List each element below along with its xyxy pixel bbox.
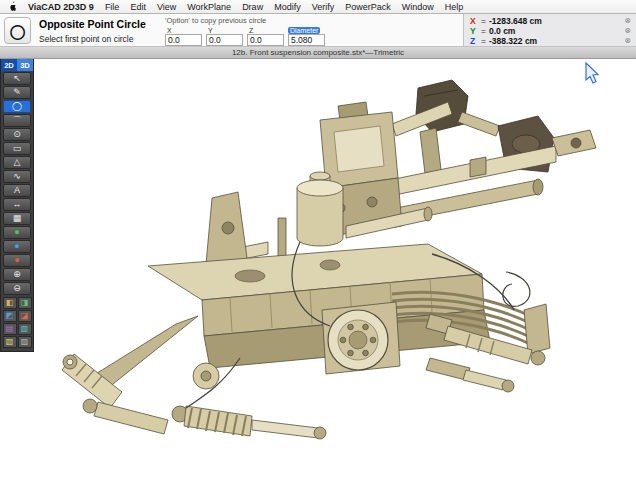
menu-draw[interactable]: Draw — [242, 2, 263, 12]
grid-tool-icon: ▥ — [21, 325, 29, 333]
palette-grid-tool[interactable]: ◨ — [18, 297, 32, 309]
text-icon: A — [14, 186, 20, 195]
suspension-model-3d[interactable] — [0, 58, 636, 480]
hatch-icon: ▦ — [13, 214, 22, 223]
z-axis-label: Z — [470, 36, 478, 46]
tool-prompt: Select first point on circle — [39, 34, 159, 44]
palette-grid-tool[interactable]: ▨ — [18, 336, 32, 348]
close-icon[interactable]: ⊗ — [624, 17, 631, 25]
tool-line[interactable]: ✎ — [3, 86, 31, 99]
tool-arc[interactable]: ⌒ — [3, 114, 31, 127]
green-sphere-icon: ● — [14, 228, 19, 237]
tab-3d[interactable]: 3D — [17, 59, 33, 71]
tab-2d[interactable]: 2D — [1, 59, 17, 71]
active-tool-icon[interactable]: ◯ — [4, 17, 31, 44]
polygon-icon: △ — [14, 158, 21, 167]
tool-circle[interactable]: ◯ — [3, 100, 31, 113]
tool-polygon[interactable]: △ — [3, 156, 31, 169]
menu-file[interactable]: File — [105, 2, 120, 12]
tool-solids[interactable]: ● — [3, 226, 31, 239]
grid-tool-icon: ◪ — [21, 312, 29, 320]
z-field-label: Z — [247, 27, 255, 34]
menu-powerpack[interactable]: PowerPack — [345, 2, 391, 12]
menu-window[interactable]: Window — [402, 2, 434, 12]
y-axis-label: Y — [470, 26, 478, 36]
y-field: Y — [206, 27, 243, 46]
grid-tool-icon: ▨ — [21, 338, 29, 346]
x-field: X — [165, 27, 202, 46]
app-menu[interactable]: ViaCAD 2D3D 9 — [28, 2, 94, 12]
grid-tool-icon: ◧ — [6, 299, 14, 307]
tool-select[interactable]: ↖ — [3, 72, 31, 85]
apple-menu-icon[interactable] — [8, 1, 17, 12]
document-title-bar[interactable]: 12b. Front suspension composite.stx*—Tri… — [0, 47, 636, 59]
palette-grid-tool[interactable]: ▤ — [3, 323, 17, 335]
select-arrow-icon: ↖ — [13, 74, 21, 83]
tool-hatch[interactable]: ▦ — [3, 212, 31, 225]
menu-bar: ViaCAD 2D3D 9 File Edit View WorkPlane D… — [0, 0, 636, 14]
menu-verify[interactable]: Verify — [312, 2, 335, 12]
palette-tabs: 2D 3D — [1, 59, 33, 71]
ellipse-icon: ⊙ — [13, 130, 21, 139]
coordinate-readout: X = -1283.648 cm ⊗ Y = 0.0 cm ⊗ Z = -388… — [463, 14, 636, 46]
tool-text[interactable]: A — [3, 184, 31, 197]
tool-surfaces[interactable]: ● — [3, 240, 31, 253]
tool-rectangle[interactable]: ▭ — [3, 142, 31, 155]
grid-tool-icon: ▧ — [6, 338, 14, 346]
palette-grid-tool[interactable]: ◪ — [18, 310, 32, 322]
close-icon[interactable]: ⊗ — [624, 27, 631, 35]
spline-icon: ∿ — [13, 172, 21, 181]
coordinate-row-y: Y = 0.0 cm ⊗ — [470, 26, 631, 36]
x-field-input[interactable] — [165, 34, 202, 46]
tool-options-bar: ◯ Opposite Point Circle Select first poi… — [0, 14, 636, 47]
dimension-icon: ↔ — [13, 200, 22, 209]
tool-title: Opposite Point Circle — [39, 18, 159, 30]
z-field: Z — [247, 27, 284, 46]
tool-zoom-in[interactable]: ⊕ — [3, 268, 31, 281]
menu-help[interactable]: Help — [445, 2, 464, 12]
document-title: 12b. Front suspension composite.stx*—Tri… — [232, 48, 404, 57]
blue-sphere-icon: ● — [14, 242, 19, 251]
y-field-label: Y — [206, 27, 215, 34]
menu-edit[interactable]: Edit — [130, 2, 146, 12]
diameter-field-input[interactable] — [288, 34, 325, 46]
diameter-field: Diameter — [288, 27, 325, 46]
red-sphere-icon: ● — [14, 256, 19, 265]
x-coordinate-value: -1283.648 cm — [489, 16, 542, 26]
tool-spline[interactable]: ∿ — [3, 170, 31, 183]
menu-view[interactable]: View — [157, 2, 176, 12]
close-icon[interactable]: ⊗ — [624, 37, 631, 45]
palette-grid-tool[interactable]: ▥ — [18, 323, 32, 335]
coordinate-row-z: Z = -388.322 cm ⊗ — [470, 36, 631, 46]
z-field-input[interactable] — [247, 34, 284, 46]
grid-tool-icon: ◩ — [6, 312, 14, 320]
drawing-canvas[interactable] — [0, 58, 636, 480]
menu-workplane[interactable]: WorkPlane — [187, 2, 231, 12]
rectangle-icon: ▭ — [13, 144, 22, 153]
arc-icon: ⌒ — [13, 116, 22, 125]
mouse-cursor — [586, 63, 598, 83]
tool-zoom-out[interactable]: ⊖ — [3, 282, 31, 295]
equals-sign: = — [481, 36, 486, 46]
tool-render[interactable]: ● — [3, 254, 31, 267]
x-field-label: X — [165, 27, 174, 34]
palette-grid-tool[interactable]: ▧ — [3, 336, 17, 348]
z-coordinate-value: -388.322 cm — [489, 36, 537, 46]
grid-tool-icon: ◨ — [21, 299, 29, 307]
tool-palette: 2D 3D ↖ ✎ ◯ ⌒ ⊙ ▭ △ ∿ A ↔ ▦ ● ● ● ⊕ ⊖ ◧ … — [0, 58, 34, 352]
y-coordinate-value: 0.0 cm — [489, 26, 515, 36]
palette-extra-grid: ◧ ◨ ◩ ◪ ▤ ▥ ▧ ▨ — [1, 297, 33, 348]
tool-dimension[interactable]: ↔ — [3, 198, 31, 211]
x-axis-label: X — [470, 16, 478, 26]
viacad-window: ViaCAD 2D3D 9 File Edit View WorkPlane D… — [0, 0, 636, 480]
equals-sign: = — [481, 26, 486, 36]
coordinate-row-x: X = -1283.648 cm ⊗ — [470, 16, 631, 26]
tool-ellipse[interactable]: ⊙ — [3, 128, 31, 141]
y-field-input[interactable] — [206, 34, 243, 46]
diameter-field-label: Diameter — [288, 27, 320, 34]
palette-grid-tool[interactable]: ◩ — [3, 310, 17, 322]
grid-tool-icon: ▤ — [6, 325, 14, 333]
circle-icon: ◯ — [12, 102, 22, 111]
palette-grid-tool[interactable]: ◧ — [3, 297, 17, 309]
menu-modify[interactable]: Modify — [274, 2, 301, 12]
